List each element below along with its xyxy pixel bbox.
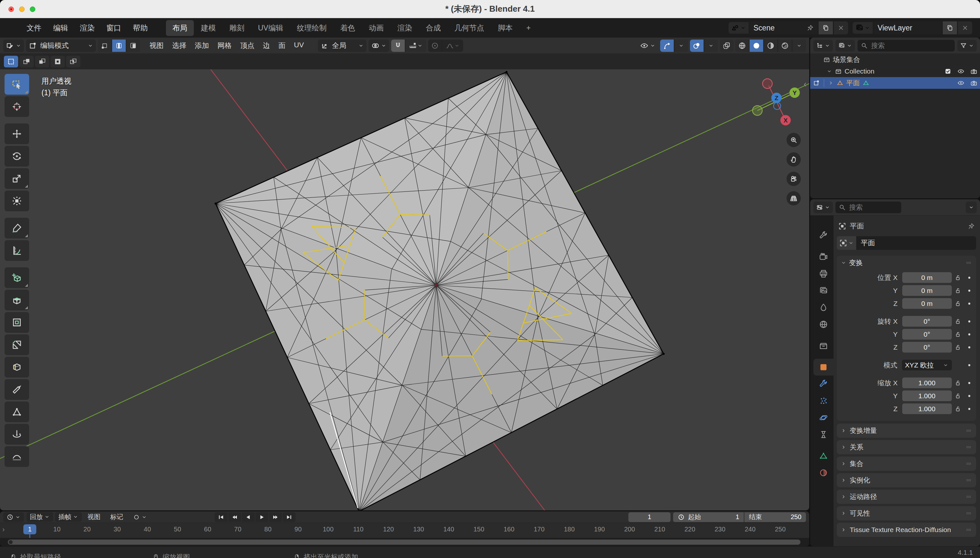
zoom-view-button[interactable] (786, 133, 801, 147)
delete-scene-button[interactable] (834, 21, 848, 34)
animate-dot[interactable] (964, 332, 974, 337)
show-overlays-toggle[interactable] (690, 39, 704, 52)
pan-view-button[interactable] (786, 152, 801, 167)
timeline-collapse-arrow[interactable] (1, 527, 7, 533)
value-field[interactable]: 0 m (902, 298, 952, 309)
select-mode-face-button[interactable] (126, 39, 140, 52)
menu-渲染[interactable]: 渲染 (74, 20, 100, 36)
show-gizmo-toggle[interactable] (660, 39, 674, 52)
menu-文件[interactable]: 文件 (21, 20, 47, 36)
jump-start-button[interactable] (215, 512, 228, 522)
tool-rotate-button[interactable] (5, 146, 29, 167)
animate-dot[interactable] (964, 362, 974, 368)
select-op-invert-button[interactable] (51, 56, 65, 67)
tool-transform-button[interactable] (5, 190, 29, 211)
workspace-tab-动画[interactable]: 动画 (362, 20, 390, 36)
start-frame-field[interactable]: 起始1 (673, 512, 744, 522)
panel-变换增量[interactable]: 变换增量 (837, 423, 976, 438)
properties-search-input[interactable] (849, 203, 898, 212)
workspace-tab-纹理绘制[interactable]: 纹理绘制 (291, 20, 333, 36)
visibility-dropdown[interactable] (637, 39, 658, 52)
tool-loop-cut-button[interactable] (5, 357, 29, 377)
shading-wireframe-button[interactable] (735, 39, 749, 52)
properties-tab-data[interactable] (813, 448, 834, 464)
lock-toggle[interactable] (952, 287, 964, 294)
mode-dropdown[interactable]: 编辑模式 (26, 39, 96, 52)
pivot-point-dropdown[interactable] (368, 39, 389, 52)
properties-tab-view-layer[interactable] (813, 282, 834, 299)
value-field[interactable]: 1.000 (902, 391, 952, 401)
tool-annotate-button[interactable] (5, 218, 29, 238)
viewport-menu-顶点[interactable]: 顶点 (236, 39, 259, 53)
workspace-tab-雕刻[interactable]: 雕刻 (223, 20, 251, 36)
snap-settings-dropdown[interactable] (405, 39, 426, 52)
tool-knife-button[interactable] (5, 379, 29, 400)
scene-name-field[interactable]: Scene (750, 21, 817, 34)
outliner-empty-area[interactable] (810, 89, 980, 198)
workspace-tab-布局[interactable]: 布局 (166, 20, 194, 36)
rotation-mode-dropdown[interactable]: XYZ 欧拉 (902, 360, 952, 370)
workspace-tab-建模[interactable]: 建模 (194, 20, 222, 36)
object-name-input[interactable] (856, 236, 976, 250)
proportional-falloff-dropdown[interactable] (442, 39, 463, 52)
new-scene-button[interactable] (819, 21, 833, 34)
pin-icon[interactable] (968, 223, 975, 230)
workspace-tab-几何节点[interactable]: 几何节点 (448, 20, 491, 36)
value-field[interactable]: 0 m (902, 285, 952, 296)
viewlayer-browse-button[interactable] (853, 22, 873, 34)
animate-dot[interactable] (964, 318, 974, 324)
overlays-settings-dropdown[interactable] (704, 39, 718, 52)
lock-toggle[interactable] (952, 331, 964, 338)
hide-viewport-icon[interactable] (957, 68, 964, 75)
lock-toggle[interactable] (952, 392, 964, 400)
animate-dot[interactable] (964, 406, 974, 412)
properties-editor-type-button[interactable] (813, 202, 833, 213)
tool-inset-faces-button[interactable] (5, 312, 29, 333)
value-field[interactable]: 0 m (902, 272, 952, 283)
select-op-subtract-button[interactable] (35, 56, 49, 67)
lock-toggle[interactable] (952, 344, 964, 351)
jump-end-button[interactable] (282, 512, 295, 522)
outliner-search[interactable] (857, 40, 955, 51)
workspace-tab-着色[interactable]: 着色 (334, 20, 362, 36)
panel-实例化[interactable]: 实例化 (837, 473, 976, 487)
delete-viewlayer-button[interactable] (958, 21, 972, 34)
play-button[interactable] (255, 512, 268, 522)
gizmo-axis-negy-ball[interactable] (752, 106, 762, 115)
properties-tab-tool[interactable] (813, 227, 834, 244)
xray-toggle[interactable] (720, 39, 734, 52)
animate-dot[interactable] (964, 275, 974, 281)
properties-tab-output[interactable] (813, 265, 834, 282)
tool-spin-button[interactable] (5, 424, 29, 445)
outliner-search-input[interactable] (870, 41, 952, 50)
viewlayer-name-field[interactable]: ViewLayer (874, 21, 942, 34)
lock-toggle[interactable] (952, 318, 964, 325)
value-field[interactable]: 0° (902, 316, 952, 327)
timeline-menu-插帧[interactable]: 插帧 (55, 512, 82, 522)
tool-move-button[interactable] (5, 123, 29, 144)
outliner-row-scene-collection[interactable]: 场景集合 (810, 54, 980, 66)
scene-browse-button[interactable] (729, 22, 749, 34)
select-op-intersect-button[interactable] (66, 56, 80, 67)
select-mode-vertex-button[interactable] (98, 39, 112, 52)
gizmo-settings-dropdown[interactable] (675, 39, 688, 52)
animate-dot[interactable] (964, 393, 974, 399)
pin-icon[interactable] (807, 24, 814, 31)
tool-smooth-button[interactable] (5, 446, 29, 467)
tool-cursor-button[interactable] (5, 96, 29, 117)
panel-运动路径[interactable]: 运动路径 (837, 490, 976, 504)
animate-dot[interactable] (964, 301, 974, 307)
object-browse-button[interactable] (837, 236, 856, 250)
properties-tab-object[interactable] (813, 359, 834, 376)
value-field[interactable]: 1.000 (902, 377, 952, 388)
workspace-tab-脚本[interactable]: 脚本 (491, 20, 519, 36)
panel-Tissue Texture Reaction-Diffusion[interactable]: Tissue Texture Reaction-Diffusion (837, 523, 976, 537)
select-op-set-button[interactable] (4, 56, 18, 67)
viewport-menu-网格[interactable]: 网格 (213, 39, 236, 53)
play-reverse-button[interactable] (242, 512, 255, 522)
shading-rendered-button[interactable] (778, 39, 792, 52)
timeline-scrollbar[interactable] (8, 540, 801, 545)
mesh-plane-object[interactable]: YZX (0, 69, 809, 510)
panel-可见性[interactable]: 可见性 (837, 506, 976, 520)
value-field[interactable]: 0° (902, 329, 952, 340)
